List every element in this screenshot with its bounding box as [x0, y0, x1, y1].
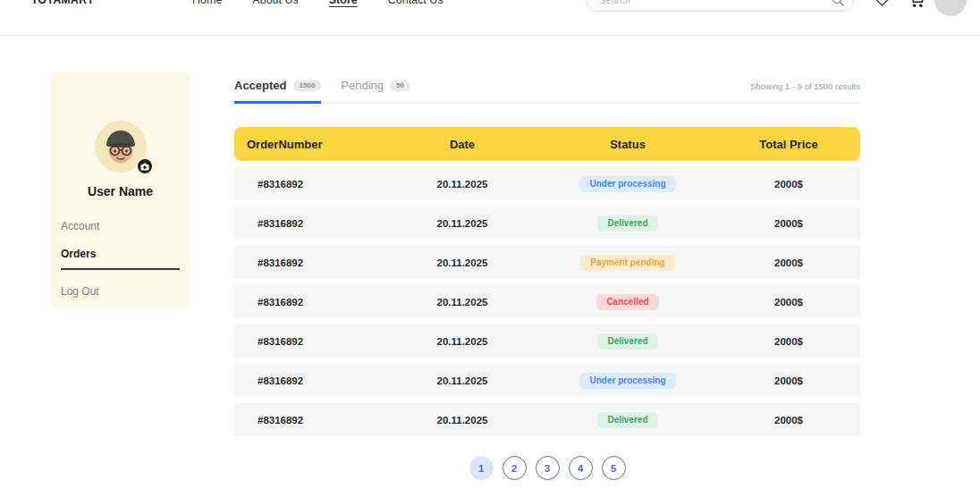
profile-menu: AccountOrdersLog Out — [51, 220, 190, 298]
order-row[interactable]: #831689220.11.2025Delivered2000$ — [234, 325, 860, 358]
order-total-price: 2000$ — [717, 297, 860, 308]
logo[interactable]: TOTAMART — [31, 0, 94, 6]
tab-accepted-count-badge: 1500 — [293, 80, 322, 91]
order-date: 20.11.2025 — [386, 257, 538, 268]
sidebar-item-log-out[interactable]: Log Out — [61, 285, 180, 298]
tab-pending-count-badge: 50 — [390, 80, 410, 91]
nav-item-about-us[interactable]: About Us — [252, 0, 298, 6]
header-divider — [0, 35, 980, 36]
column-header-total-price: Total Price — [717, 138, 860, 151]
change-photo-camera-icon[interactable] — [136, 157, 154, 175]
page-button-4[interactable]: 4 — [569, 456, 593, 480]
order-date: 20.11.2025 — [386, 336, 538, 347]
profile-card: User Name AccountOrdersLog Out — [51, 72, 190, 308]
order-number: #8316892 — [234, 336, 386, 347]
order-row[interactable]: #831689220.11.2025Under processing2000$ — [234, 364, 860, 397]
page-button-5[interactable]: 5 — [602, 456, 626, 480]
order-row[interactable]: #831689220.11.2025Cancelled2000$ — [234, 285, 860, 318]
pagination: 12345 — [234, 456, 860, 480]
search-bar — [586, 0, 854, 12]
order-row[interactable]: #831689220.11.2025Delivered2000$ — [234, 403, 860, 436]
order-total-price: 2000$ — [717, 257, 860, 268]
header-avatar[interactable] — [934, 0, 967, 16]
orders-tabs: Accepted 1500 Pending 50 Showing 1 - 9 o… — [234, 79, 860, 104]
order-status-cell: Under processing — [538, 176, 717, 192]
order-row[interactable]: #831689220.11.2025Under processing2000$ — [234, 167, 860, 200]
column-header-date: Date — [386, 138, 538, 151]
order-total-price: 2000$ — [717, 336, 860, 347]
order-date: 20.11.2025 — [386, 218, 538, 229]
order-number: #8316892 — [234, 257, 386, 268]
results-summary: Showing 1 - 9 of 1500 results — [750, 79, 860, 91]
order-row[interactable]: #831689220.11.2025Payment pending2000$ — [234, 246, 860, 279]
order-total-price: 2000$ — [717, 218, 860, 229]
order-status-cell: Delivered — [538, 333, 717, 350]
orders-main: Accepted 1500 Pending 50 Showing 1 - 9 o… — [234, 79, 860, 480]
order-date: 20.11.2025 — [386, 297, 538, 308]
status-badge-delivered: Delivered — [597, 412, 657, 428]
order-status-cell: Cancelled — [538, 294, 717, 310]
status-badge-under-processing: Under processing — [579, 373, 675, 389]
tab-accepted[interactable]: Accepted 1500 — [234, 79, 321, 104]
page-button-1[interactable]: 1 — [469, 456, 494, 480]
status-badge-payment-pending: Payment pending — [580, 255, 674, 271]
sidebar-item-orders[interactable]: Orders — [61, 248, 180, 270]
page-button-2[interactable]: 2 — [503, 456, 527, 480]
main-nav: HomeAbout UsStoreContact Us — [192, 0, 444, 18]
order-status-cell: Delivered — [538, 412, 717, 428]
topbar: TOTAMART HomeAbout UsStoreContact Us — [0, 0, 980, 18]
user-name: User Name — [51, 184, 190, 198]
orders-table-body: #831689220.11.2025Under processing2000$#… — [234, 167, 860, 436]
nav-item-contact-us[interactable]: Contact Us — [388, 0, 444, 6]
search-input[interactable] — [599, 0, 832, 5]
order-number: #8316892 — [234, 297, 386, 308]
order-status-cell: Payment pending — [538, 255, 717, 271]
order-total-price: 2000$ — [717, 415, 860, 426]
orders-table-header: OrderNumber Date Status Total Price — [234, 127, 860, 161]
order-date: 20.11.2025 — [386, 179, 538, 190]
order-number: #8316892 — [234, 218, 386, 229]
order-total-price: 2000$ — [717, 375, 860, 386]
nav-item-home[interactable]: Home — [192, 0, 222, 6]
page-button-3[interactable]: 3 — [536, 456, 560, 480]
cart-icon[interactable] — [908, 0, 926, 8]
order-date: 20.11.2025 — [386, 415, 538, 426]
profile-avatar — [95, 121, 147, 173]
search-icon[interactable] — [832, 0, 844, 6]
order-number: #8316892 — [234, 375, 386, 386]
order-total-price: 2000$ — [717, 179, 860, 190]
nav-item-store[interactable]: Store — [329, 0, 358, 6]
column-header-order-number: OrderNumber — [234, 138, 386, 151]
tab-pending[interactable]: Pending 50 — [341, 79, 410, 101]
sidebar-item-account[interactable]: Account — [61, 220, 180, 232]
order-row[interactable]: #831689220.11.2025Delivered2000$ — [234, 207, 860, 240]
status-badge-cancelled: Cancelled — [596, 294, 658, 310]
order-status-cell: Delivered — [538, 215, 717, 232]
order-number: #8316892 — [234, 415, 386, 426]
status-badge-delivered: Delivered — [597, 333, 657, 350]
status-badge-under-processing: Under processing — [579, 176, 675, 192]
column-header-status: Status — [538, 138, 717, 151]
order-number: #8316892 — [234, 179, 386, 190]
wishlist-heart-icon[interactable] — [874, 0, 890, 7]
order-status-cell: Under processing — [538, 373, 717, 389]
order-date: 20.11.2025 — [386, 375, 538, 386]
status-badge-delivered: Delivered — [597, 215, 657, 232]
orders-page: TOTAMART HomeAbout UsStoreContact Us — [0, 0, 980, 489]
tab-pending-label: Pending — [341, 79, 384, 92]
tab-accepted-label: Accepted — [234, 79, 287, 92]
